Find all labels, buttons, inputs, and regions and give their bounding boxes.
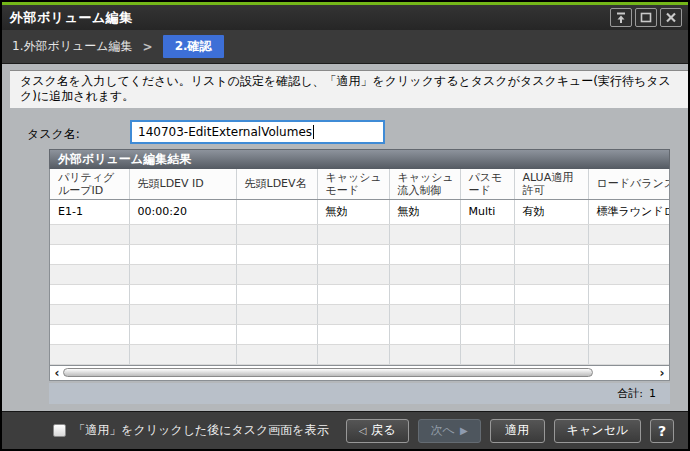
window-controls — [610, 8, 682, 27]
empty-table-cell — [514, 344, 588, 364]
table-total-bar: 合計: 1 — [49, 383, 670, 404]
cancel-button-label: キャンセル — [567, 422, 628, 439]
table-cell: E1-1 — [50, 199, 129, 224]
empty-table-cell — [317, 304, 389, 324]
empty-table-cell — [236, 264, 317, 284]
table-cell: Multi — [460, 199, 514, 224]
empty-table-cell — [317, 344, 389, 364]
total-value: 1 — [649, 387, 656, 400]
empty-table-cell — [514, 264, 588, 284]
column-header: 先頭LDEV名 — [236, 169, 317, 199]
empty-table-cell — [129, 244, 236, 264]
empty-table-cell — [236, 324, 317, 344]
show-task-screen-option[interactable]: 「適用」をクリックした後にタスク画面を表示 — [53, 422, 328, 439]
back-button[interactable]: ◁ 戻る — [346, 419, 409, 443]
maximize-button[interactable] — [635, 8, 657, 27]
empty-table-cell — [460, 324, 514, 344]
empty-table-row — [50, 244, 670, 264]
breadcrumb-separator: > — [143, 40, 153, 54]
scroll-right-icon[interactable]: › — [657, 368, 667, 378]
empty-table-cell — [50, 344, 129, 364]
help-button[interactable]: ? — [650, 419, 674, 443]
next-button[interactable]: 次へ ▶ — [418, 419, 481, 443]
breadcrumb: 1.外部ボリューム編集 > 2.確認 — [2, 30, 688, 64]
empty-table-cell — [50, 304, 129, 324]
empty-table-cell — [317, 284, 389, 304]
column-header: ロードバランスモード — [588, 169, 670, 199]
result-table: パリティグループID先頭LDEV ID先頭LDEV名キャッシュモードキャッシュ流… — [50, 169, 670, 365]
empty-table-cell — [460, 224, 514, 244]
empty-table-cell — [236, 304, 317, 324]
result-table-panel: 外部ボリューム編集結果 パリティグループID先頭LDEV ID先頭LDEV名キャ… — [49, 149, 670, 404]
table-cell: 00:00:20 — [129, 199, 236, 224]
empty-table-row — [50, 324, 670, 344]
empty-table-cell — [460, 344, 514, 364]
apply-button[interactable]: 適用 — [490, 419, 545, 443]
empty-table-cell — [236, 244, 317, 264]
scroll-left-icon[interactable]: ‹ — [52, 368, 62, 378]
empty-table-cell — [514, 244, 588, 264]
total-label: 合計: — [617, 386, 643, 401]
breadcrumb-step2-active: 2.確認 — [163, 35, 224, 58]
empty-table-cell — [588, 244, 670, 264]
dialog-title: 外部ボリューム編集 — [10, 9, 133, 27]
empty-table-row — [50, 344, 670, 364]
empty-table-cell — [460, 284, 514, 304]
empty-table-cell — [588, 264, 670, 284]
empty-table-cell — [50, 244, 129, 264]
empty-table-cell — [236, 224, 317, 244]
empty-table-cell — [317, 244, 389, 264]
text-caret — [313, 125, 314, 139]
table-cell: 標準ラウンドロビン — [588, 199, 670, 224]
column-header: キャッシュ流入制御 — [389, 169, 460, 199]
empty-table-cell — [50, 284, 129, 304]
cancel-button[interactable]: キャンセル — [554, 419, 641, 443]
table-cell — [236, 199, 317, 224]
empty-table-cell — [460, 304, 514, 324]
show-task-screen-label: 「適用」をクリックした後にタスク画面を表示 — [73, 422, 328, 439]
result-table-title: 外部ボリューム編集結果 — [49, 149, 670, 169]
empty-table-cell — [317, 324, 389, 344]
horizontal-scrollbar[interactable]: ‹ › — [49, 366, 670, 381]
empty-table-row — [50, 264, 670, 284]
maximize-icon — [639, 11, 653, 24]
empty-table-cell — [514, 224, 588, 244]
next-arrow-icon: ▶ — [460, 425, 468, 436]
breadcrumb-step1: 1.外部ボリューム編集 — [12, 38, 133, 55]
column-header: パスモード — [460, 169, 514, 199]
dialog-titlebar: 外部ボリューム編集 — [2, 5, 688, 30]
empty-table-cell — [50, 324, 129, 344]
empty-table-cell — [588, 344, 670, 364]
scrollbar-track[interactable] — [62, 367, 657, 378]
table-cell: 有効 — [514, 199, 588, 224]
empty-table-cell — [514, 304, 588, 324]
rollup-button[interactable] — [610, 8, 632, 27]
column-header: 先頭LDEV ID — [129, 169, 236, 199]
show-task-screen-checkbox[interactable] — [53, 424, 66, 437]
empty-table-cell — [317, 264, 389, 284]
task-name-input[interactable]: 140703-EditExternalVolumes — [130, 120, 385, 144]
apply-button-label: 適用 — [505, 422, 529, 439]
empty-table-cell — [588, 224, 670, 244]
help-icon: ? — [658, 423, 666, 439]
empty-table-cell — [317, 224, 389, 244]
empty-table-cell — [129, 344, 236, 364]
empty-table-cell — [389, 344, 460, 364]
back-button-label: 戻る — [371, 422, 395, 439]
empty-table-cell — [389, 324, 460, 344]
empty-table-cell — [129, 264, 236, 284]
close-icon — [664, 11, 678, 24]
back-arrow-icon: ◁ — [359, 425, 367, 436]
table-row: E1-100:00:20無効無効Multi有効標準ラウンドロビン — [50, 199, 670, 224]
empty-table-cell — [129, 284, 236, 304]
empty-table-cell — [389, 264, 460, 284]
dialog-body: タスク名を入力してください。リストの設定を確認し、「適用」をクリックするとタスク… — [2, 64, 688, 411]
empty-table-cell — [460, 244, 514, 264]
close-button[interactable] — [660, 8, 682, 27]
scrollbar-thumb[interactable] — [63, 368, 593, 377]
empty-table-cell — [50, 264, 129, 284]
column-header: パリティグループID — [50, 169, 129, 199]
empty-table-cell — [129, 224, 236, 244]
empty-table-cell — [514, 284, 588, 304]
empty-table-row — [50, 304, 670, 324]
